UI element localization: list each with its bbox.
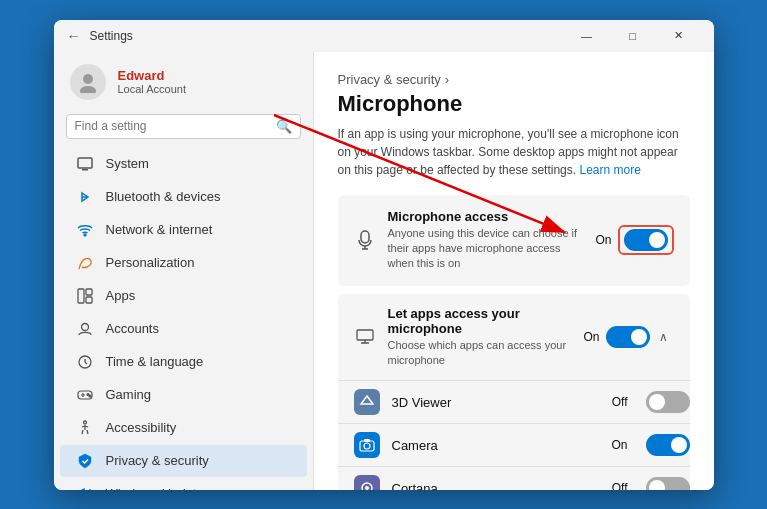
sidebar-item-network[interactable]: Network & internet (60, 214, 307, 246)
microphone-access-text: Microphone access Anyone using this devi… (388, 209, 584, 272)
gaming-label: Gaming (106, 387, 152, 402)
let-apps-header: Let apps access your microphone Choose w… (338, 294, 690, 381)
svg-point-8 (81, 323, 88, 330)
back-button[interactable]: ← (66, 28, 82, 44)
3d-viewer-icon (354, 389, 380, 415)
microphone-toggle-wrapper: On (595, 225, 673, 255)
svg-rect-3 (82, 169, 88, 171)
let-apps-toggle-label: On (583, 330, 599, 344)
close-button[interactable]: ✕ (656, 20, 702, 52)
avatar (70, 64, 106, 100)
accessibility-label: Accessibility (106, 420, 177, 435)
title-bar: ← Settings — □ ✕ (54, 20, 714, 52)
sidebar-item-system[interactable]: System (60, 148, 307, 180)
sidebar-item-accessibility[interactable]: Accessibility (60, 412, 307, 444)
microphone-toggle[interactable] (624, 229, 668, 251)
let-apps-text: Let apps access your microphone Choose w… (388, 306, 572, 369)
minimize-button[interactable]: — (564, 20, 610, 52)
microphone-toggle-box[interactable] (618, 225, 674, 255)
let-apps-title: Let apps access your microphone (388, 306, 572, 336)
network-label: Network & internet (106, 222, 213, 237)
search-box[interactable]: 🔍 (66, 114, 301, 139)
camera-toggle[interactable] (646, 434, 690, 456)
learn-more-link[interactable]: Learn more (579, 163, 640, 177)
sidebar-item-apps[interactable]: Apps (60, 280, 307, 312)
cortana-icon (354, 475, 380, 489)
microphone-access-desc: Anyone using this device can choose if t… (388, 226, 584, 272)
microphone-access-row: Microphone access Anyone using this devi… (354, 209, 674, 272)
user-info: Edward Local Account (118, 68, 187, 95)
svg-rect-2 (78, 158, 92, 168)
svg-rect-23 (364, 439, 370, 442)
camera-name: Camera (392, 438, 600, 453)
sidebar-item-privacy[interactable]: Privacy & security (60, 445, 307, 477)
user-section: Edward Local Account (54, 52, 313, 108)
let-apps-toggle[interactable] (606, 326, 650, 348)
apps-label: Apps (106, 288, 136, 303)
sidebar-item-gaming[interactable]: Gaming (60, 379, 307, 411)
sidebar-item-personalization[interactable]: Personalization (60, 247, 307, 279)
accounts-label: Accounts (106, 321, 159, 336)
cortana-toggle-label: Off (612, 481, 628, 489)
3d-viewer-toggle[interactable] (646, 391, 690, 413)
svg-rect-7 (86, 297, 92, 303)
svg-point-0 (83, 74, 93, 84)
gaming-icon (76, 386, 94, 404)
let-apps-section: Let apps access your microphone Choose w… (338, 294, 690, 490)
sidebar-item-bluetooth[interactable]: Bluetooth & devices (60, 181, 307, 213)
let-apps-desc: Choose which apps can access your microp… (388, 338, 572, 369)
camera-toggle-label: On (611, 438, 627, 452)
maximize-button[interactable]: □ (610, 20, 656, 52)
sidebar-item-update[interactable]: Windows Update (60, 478, 307, 490)
microphone-access-title: Microphone access (388, 209, 584, 224)
system-label: System (106, 156, 149, 171)
svg-rect-17 (357, 330, 373, 340)
3d-viewer-name: 3D Viewer (392, 395, 600, 410)
microphone-icon (354, 229, 376, 251)
microphone-access-card: Microphone access Anyone using this devi… (338, 195, 690, 286)
network-icon (76, 221, 94, 239)
main-content: Privacy & security › Microphone If an ap… (314, 52, 714, 490)
expand-button[interactable]: ∧ (654, 327, 674, 347)
svg-marker-20 (361, 396, 373, 404)
svg-rect-14 (361, 231, 369, 243)
svg-point-25 (365, 486, 369, 489)
breadcrumb: Privacy & security › (338, 72, 690, 87)
svg-rect-6 (86, 289, 92, 295)
window-title: Settings (90, 29, 564, 43)
search-input[interactable] (75, 119, 270, 133)
apps-icon (76, 287, 94, 305)
breadcrumb-sep: › (445, 72, 449, 87)
svg-point-12 (89, 395, 91, 397)
accounts-icon (76, 320, 94, 338)
time-icon (76, 353, 94, 371)
svg-point-13 (83, 421, 86, 424)
update-icon (76, 485, 94, 490)
cortana-toggle[interactable] (646, 477, 690, 489)
sidebar: Edward Local Account 🔍 System (54, 52, 314, 490)
accessibility-icon (76, 419, 94, 437)
svg-point-22 (364, 443, 370, 449)
sidebar-item-time[interactable]: Time & language (60, 346, 307, 378)
let-apps-icon (354, 326, 376, 348)
svg-rect-5 (78, 289, 84, 303)
sidebar-item-accounts[interactable]: Accounts (60, 313, 307, 345)
privacy-icon (76, 452, 94, 470)
let-apps-toggle-wrapper: On ∧ (583, 326, 673, 348)
app-row-camera: Camera On (338, 423, 690, 466)
cortana-name: Cortana (392, 481, 600, 490)
svg-point-4 (84, 234, 86, 236)
let-apps-toggle-thumb (631, 329, 647, 345)
settings-window: ← Settings — □ ✕ Edward Local Account (54, 20, 714, 490)
app-row-3d-viewer: 3D Viewer Off (338, 380, 690, 423)
nav-list: System Bluetooth & devices Network & int… (54, 147, 313, 490)
privacy-label: Privacy & security (106, 453, 209, 468)
3d-viewer-toggle-label: Off (612, 395, 628, 409)
user-account: Local Account (118, 83, 187, 95)
breadcrumb-parent: Privacy & security (338, 72, 441, 87)
user-name: Edward (118, 68, 187, 83)
update-label: Windows Update (106, 486, 204, 490)
app-row-cortana: Cortana Off (338, 466, 690, 489)
personalization-label: Personalization (106, 255, 195, 270)
bluetooth-icon (76, 188, 94, 206)
